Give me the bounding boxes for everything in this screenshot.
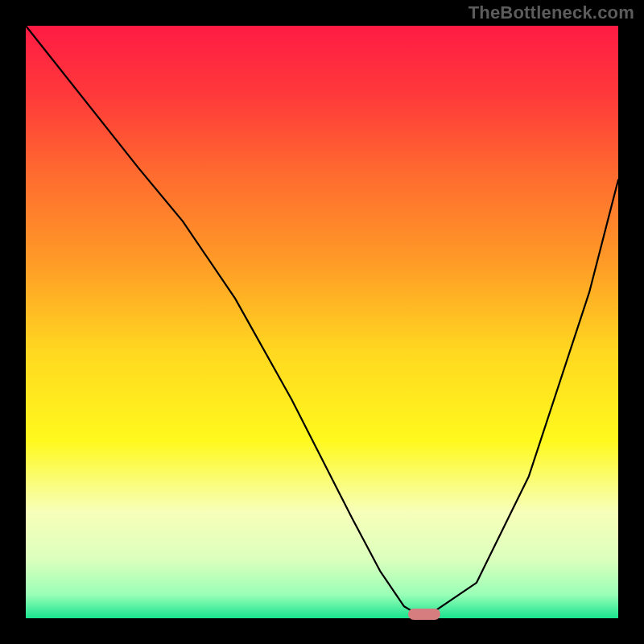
watermark-text: TheBottleneck.com (469, 2, 634, 23)
gradient-background (26, 26, 618, 618)
optimal-marker (408, 609, 440, 620)
bottleneck-chart (0, 0, 644, 644)
chart-frame: TheBottleneck.com (0, 0, 644, 644)
